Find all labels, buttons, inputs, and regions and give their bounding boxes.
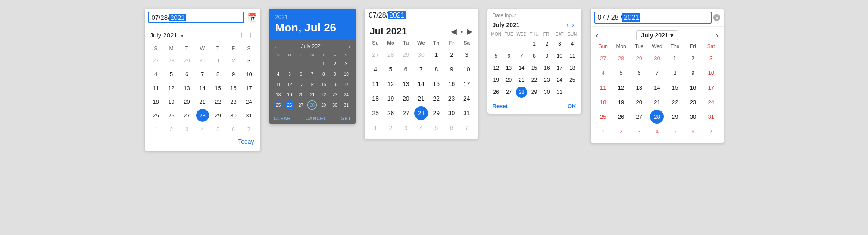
- cal4-day[interactable]: 5: [490, 50, 502, 62]
- cal4-day[interactable]: 13: [503, 62, 515, 74]
- cal4-day[interactable]: 8: [528, 50, 540, 62]
- cal1-day[interactable]: 5: [165, 68, 178, 80]
- cal5-day[interactable]: 19: [614, 95, 628, 109]
- cal3-day[interactable]: 23: [445, 92, 459, 105]
- cal5-day[interactable]: 12: [614, 80, 628, 94]
- cal1-day[interactable]: 17: [243, 81, 256, 94]
- cal2-day[interactable]: 29: [319, 100, 328, 110]
- cal3-day[interactable]: 1: [429, 48, 443, 62]
- cal3-day[interactable]: 29: [399, 48, 413, 62]
- cal2-day[interactable]: 24: [341, 90, 351, 99]
- cal5-day[interactable]: 27: [632, 110, 646, 124]
- cal5-next-btn[interactable]: ›: [716, 31, 718, 40]
- cal1-day[interactable]: 26: [165, 109, 178, 122]
- cal1-selected-day[interactable]: 28: [196, 109, 209, 122]
- cal1-day[interactable]: 13: [181, 81, 194, 94]
- cal1-day[interactable]: 30: [196, 54, 209, 67]
- cal5-day[interactable]: 18: [596, 95, 610, 109]
- cal4-day[interactable]: 29: [528, 87, 540, 98]
- cal4-day[interactable]: 11: [567, 50, 578, 62]
- cal4-day[interactable]: 1: [528, 38, 540, 49]
- cal2-day[interactable]: 18: [274, 90, 283, 99]
- cal4-day[interactable]: 12: [490, 62, 502, 74]
- cal4-day[interactable]: 20: [503, 74, 515, 86]
- cal2-day[interactable]: 16: [330, 80, 340, 89]
- cal1-day[interactable]: 12: [165, 81, 178, 94]
- cal4-day[interactable]: 22: [528, 74, 540, 86]
- cal1-day[interactable]: 8: [212, 68, 225, 80]
- cal2-day[interactable]: 8: [319, 69, 328, 79]
- cal1-day[interactable]: 7: [243, 123, 256, 136]
- cal4-day[interactable]: 3: [554, 38, 565, 49]
- cal2-day[interactable]: 12: [285, 80, 294, 89]
- cal1-day[interactable]: 22: [212, 95, 225, 108]
- cal5-day[interactable]: 20: [632, 95, 646, 109]
- cal1-day[interactable]: 29: [212, 109, 225, 122]
- cal3-day[interactable]: 26: [384, 106, 397, 120]
- cal4-day[interactable]: 9: [541, 50, 553, 62]
- cal1-day[interactable]: 6: [181, 68, 194, 80]
- cal3-day[interactable]: 4: [414, 121, 428, 135]
- cal5-day[interactable]: 3: [704, 51, 718, 65]
- cal1-day[interactable]: 6: [227, 123, 240, 136]
- cal5-day[interactable]: 30: [686, 110, 700, 124]
- cal5-day[interactable]: 30: [650, 51, 664, 65]
- cal2-today-circle[interactable]: 26: [285, 100, 294, 110]
- cal5-day[interactable]: 22: [668, 95, 682, 109]
- cal3-day[interactable]: 2: [445, 48, 459, 62]
- cal5-day[interactable]: 7: [650, 66, 664, 80]
- cal4-day[interactable]: 24: [554, 74, 565, 86]
- cal2-day[interactable]: 1: [319, 59, 328, 68]
- cal3-day[interactable]: 25: [368, 106, 382, 120]
- cal3-day[interactable]: 9: [445, 62, 459, 76]
- cal3-day[interactable]: 4: [368, 62, 382, 76]
- cal4-selected-day[interactable]: 28: [516, 87, 527, 98]
- cal3-day[interactable]: 2: [384, 121, 397, 135]
- cal4-day[interactable]: 15: [528, 62, 540, 74]
- cal4-day[interactable]: 27: [503, 87, 515, 98]
- cal3-day[interactable]: 13: [399, 77, 413, 91]
- cal1-month-part[interactable]: 07: [152, 14, 159, 21]
- cal1-day[interactable]: 1: [212, 54, 225, 67]
- cal4-day[interactable]: 31: [554, 87, 565, 98]
- cal3-date-input[interactable]: 07/28/2021: [369, 12, 406, 19]
- cal1-day[interactable]: 3: [243, 54, 256, 67]
- cal5-day[interactable]: 1: [596, 124, 610, 138]
- cal5-day[interactable]: 29: [668, 110, 682, 124]
- cal3-day[interactable]: 3: [460, 48, 474, 62]
- cal4-prev-btn[interactable]: ‹: [565, 21, 570, 29]
- cal4-day[interactable]: 16: [541, 62, 553, 74]
- cal2-day[interactable]: 20: [296, 90, 306, 99]
- cal1-day[interactable]: 27: [150, 54, 162, 67]
- cal4-day[interactable]: 25: [567, 74, 578, 86]
- cal5-month-button[interactable]: July 2021 ▾: [636, 30, 678, 40]
- cal4-day[interactable]: 30: [541, 87, 553, 98]
- cal2-cancel-btn[interactable]: CANCEL: [306, 116, 327, 121]
- cal5-day[interactable]: 6: [686, 124, 700, 138]
- cal2-day[interactable]: 19: [285, 90, 294, 99]
- cal5-day[interactable]: 21: [650, 95, 664, 109]
- cal5-day[interactable]: 27: [596, 51, 610, 65]
- cal3-day[interactable]: 6: [399, 62, 413, 76]
- cal2-today-day[interactable]: 25: [274, 100, 283, 110]
- cal1-day[interactable]: 30: [227, 109, 240, 122]
- cal5-day[interactable]: 7: [704, 124, 718, 138]
- cal3-day[interactable]: 7: [414, 62, 428, 76]
- cal5-day[interactable]: 5: [614, 66, 628, 80]
- cal2-day[interactable]: 2: [330, 59, 340, 68]
- cal3-day[interactable]: 14: [414, 77, 428, 91]
- cal4-reset-button[interactable]: Reset: [493, 103, 508, 109]
- cal3-day[interactable]: 30: [414, 48, 428, 62]
- cal5-day[interactable]: 15: [668, 80, 682, 94]
- cal2-selected-day[interactable]: 28: [307, 100, 317, 110]
- cal3-prev-btn[interactable]: ◀: [451, 27, 457, 36]
- cal1-day[interactable]: 2: [165, 123, 178, 136]
- cal1-month-label[interactable]: July 2021 ▾: [150, 31, 237, 39]
- cal1-next-btn[interactable]: ↓: [246, 30, 255, 40]
- cal5-day[interactable]: 25: [596, 110, 610, 124]
- cal3-day[interactable]: 24: [460, 92, 474, 105]
- cal5-day[interactable]: 4: [596, 66, 610, 80]
- cal2-day[interactable]: 17: [341, 80, 351, 89]
- cal3-day[interactable]: 21: [414, 92, 428, 105]
- cal4-day[interactable]: 6: [503, 50, 515, 62]
